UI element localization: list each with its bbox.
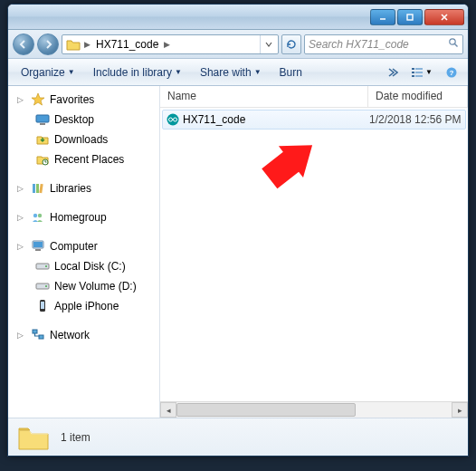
nav-favorites[interactable]: ▷ Favorites — [8, 90, 159, 110]
svg-rect-8 — [412, 72, 414, 73]
more-button[interactable] — [381, 62, 403, 82]
search-input[interactable]: Search HX711_code — [304, 34, 463, 54]
help-button[interactable]: ? — [441, 62, 462, 82]
horizontal-scrollbar[interactable]: ◂ ▸ — [160, 401, 468, 418]
scroll-track[interactable] — [176, 402, 452, 418]
chevron-right-icon[interactable]: ▶ — [162, 40, 172, 49]
burn-button[interactable]: Burn — [272, 62, 309, 82]
search-icon — [448, 37, 459, 51]
close-button[interactable] — [424, 9, 464, 25]
svg-rect-15 — [40, 123, 45, 125]
chevron-right-icon[interactable]: ▶ — [82, 40, 92, 49]
expander-icon[interactable]: ▷ — [17, 95, 26, 104]
svg-rect-23 — [33, 242, 43, 247]
svg-rect-19 — [39, 184, 43, 193]
file-date: 1/2/2018 12:56 PM — [369, 113, 465, 126]
nav-homegroup[interactable]: ▷ Homegroup — [8, 207, 159, 227]
nav-item-label: Local Disk (C:) — [54, 260, 126, 273]
svg-point-26 — [45, 265, 47, 267]
share-with-button[interactable]: Share with▼ — [193, 62, 269, 82]
drive-icon — [35, 279, 50, 293]
refresh-button[interactable] — [281, 34, 301, 54]
nav-item-label: Recent Places — [54, 153, 124, 166]
expander-icon[interactable]: ▷ — [17, 242, 26, 251]
nav-label: Computer — [50, 240, 98, 253]
star-icon — [31, 92, 45, 107]
nav-item-label: Downloads — [54, 133, 108, 146]
svg-line-5 — [455, 44, 458, 47]
navigation-pane[interactable]: ▷ Favorites Desktop Downloads Recent Pla… — [8, 86, 160, 418]
forward-button[interactable] — [37, 34, 59, 55]
svg-rect-17 — [33, 184, 35, 193]
status-bar: 1 item — [8, 418, 468, 456]
network-icon — [31, 328, 45, 342]
file-row[interactable]: HX711_code 1/2/2018 12:56 PM — [162, 110, 466, 130]
nav-item-label: Desktop — [54, 113, 94, 126]
homegroup-icon — [31, 210, 45, 225]
explorer-body: ▷ Favorites Desktop Downloads Recent Pla… — [8, 86, 468, 418]
svg-rect-1 — [407, 14, 413, 20]
downloads-icon — [35, 132, 50, 147]
address-row: ▶ HX711_code ▶ Search HX711_code — [8, 30, 468, 59]
include-library-button[interactable]: Include in library▼ — [86, 62, 189, 82]
nav-network[interactable]: ▷ Network — [8, 325, 159, 345]
folder-icon — [64, 38, 82, 51]
nav-desktop[interactable]: Desktop — [8, 110, 159, 130]
nav-label: Libraries — [50, 182, 91, 195]
svg-rect-32 — [39, 335, 43, 339]
svg-rect-24 — [35, 249, 41, 251]
arduino-file-icon — [163, 112, 183, 127]
svg-rect-10 — [412, 75, 414, 77]
nav-local-disk-c[interactable]: Local Disk (C:) — [8, 256, 159, 276]
nav-apple-iphone[interactable]: Apple iPhone — [8, 296, 159, 316]
folder-large-icon — [17, 423, 50, 452]
search-placeholder: Search HX711_code — [309, 38, 409, 51]
svg-rect-14 — [36, 115, 49, 122]
libraries-icon — [31, 181, 45, 196]
breadcrumb-segment[interactable]: HX711_code — [92, 35, 162, 53]
scroll-right-button[interactable]: ▸ — [452, 402, 468, 418]
titlebar[interactable] — [8, 5, 468, 30]
address-bar[interactable]: ▶ HX711_code ▶ — [62, 34, 279, 54]
toolbar: Organize▼ Include in library▼ Share with… — [8, 59, 468, 86]
scroll-left-button[interactable]: ◂ — [160, 402, 176, 418]
recent-icon — [35, 152, 50, 167]
svg-point-28 — [45, 285, 47, 287]
svg-point-4 — [450, 39, 455, 44]
file-name: HX711_code — [183, 113, 369, 126]
maximize-button[interactable] — [397, 9, 423, 25]
nav-label: Network — [50, 329, 90, 341]
svg-text:?: ? — [450, 69, 454, 77]
expander-icon[interactable]: ▷ — [17, 184, 26, 193]
svg-rect-31 — [33, 330, 37, 333]
svg-rect-7 — [415, 68, 423, 70]
expander-icon[interactable]: ▷ — [17, 213, 26, 222]
column-name[interactable]: Name — [160, 86, 368, 107]
column-header-row: Name Date modified — [160, 86, 468, 108]
nav-recent[interactable]: Recent Places — [8, 149, 159, 169]
nav-downloads[interactable]: Downloads — [8, 130, 159, 149]
minimize-button[interactable] — [370, 9, 395, 25]
nav-computer[interactable]: ▷ Computer — [8, 236, 159, 256]
address-dropdown[interactable] — [260, 35, 276, 53]
svg-rect-6 — [412, 68, 414, 70]
expander-icon[interactable]: ▷ — [17, 331, 26, 340]
svg-rect-9 — [415, 72, 423, 73]
explorer-window: ▶ HX711_code ▶ Search HX711_code Organiz… — [7, 4, 469, 457]
nav-new-volume-d[interactable]: New Volume (D:) — [8, 276, 159, 296]
nav-libraries[interactable]: ▷ Libraries — [8, 178, 159, 198]
svg-rect-30 — [41, 302, 44, 309]
scroll-thumb[interactable] — [176, 403, 356, 417]
svg-rect-11 — [415, 75, 423, 77]
column-date[interactable]: Date modified — [368, 86, 468, 107]
svg-point-21 — [38, 214, 42, 217]
phone-icon — [35, 299, 50, 313]
file-list[interactable]: HX711_code 1/2/2018 12:56 PM — [160, 108, 468, 401]
back-button[interactable] — [13, 34, 34, 55]
view-button[interactable]: ▼ — [406, 62, 437, 82]
content-pane: Name Date modified HX711_code 1/2/2018 1… — [160, 86, 468, 418]
svg-point-20 — [33, 214, 37, 217]
organize-button[interactable]: Organize▼ — [14, 62, 82, 82]
nav-item-label: Apple iPhone — [54, 300, 119, 312]
status-text: 1 item — [61, 431, 90, 444]
